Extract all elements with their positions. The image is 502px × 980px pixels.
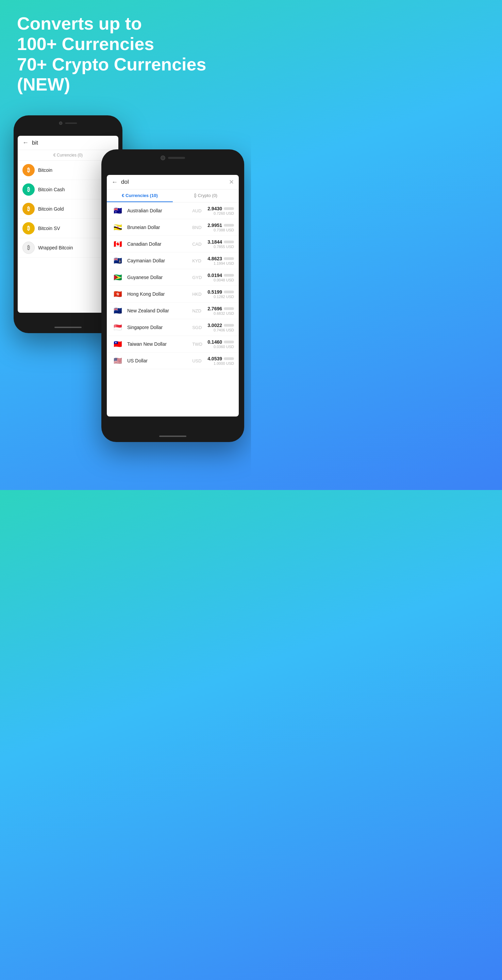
currency-code: GYD	[192, 275, 204, 280]
currency-value: 2.9430 0.7260 USD	[208, 206, 234, 215]
currency-name: Australian Dollar	[127, 208, 189, 213]
phones-container: ← € Currencies (0) ₿ Bitcoin ₿ Bitcoin C…	[0, 105, 251, 479]
list-item[interactable]: 🇺🇸 US Dollar USD 4.0539 1.0000 USD	[107, 353, 239, 369]
hero-section: Converts up to 100+ Currencies 70+ Crypt…	[0, 0, 251, 102]
tab-currencies[interactable]: € Currencies (10)	[107, 189, 173, 202]
currency-code: KYD	[192, 258, 204, 263]
search-input-left[interactable]	[32, 140, 114, 146]
flag-icon: 🇹🇼	[111, 340, 124, 348]
currency-name: Singapore Dollar	[127, 325, 189, 330]
phone-left-notch	[59, 121, 77, 125]
currency-value: 0.5199 0.1282 USD	[208, 289, 234, 299]
flag-icon: 🇦🇺	[111, 207, 124, 215]
list-item[interactable]: 🇰🇾 Caymanian Dollar KYD 4.8623 1.1994 US…	[107, 253, 239, 269]
main-value: 0.1460	[208, 339, 222, 345]
value-bar	[224, 307, 234, 310]
currency-value: 2.9951 0.7388 USD	[208, 223, 234, 232]
currency-code: SGD	[192, 325, 204, 330]
crypto-icon: ₿	[22, 203, 35, 215]
list-item[interactable]: 🇦🇺 Australian Dollar AUD 2.9430 0.7260 U…	[107, 202, 239, 219]
value-bar	[224, 257, 234, 260]
sub-value: 0.6832 USD	[208, 311, 234, 315]
currency-code: HKD	[192, 292, 204, 297]
list-item[interactable]: 🇨🇦 Canadian Dollar CAD 3.1844 0.7855 USD	[107, 236, 239, 253]
list-item[interactable]: 🇹🇼 Taiwan New Dollar TWD 0.1460 0.0360 U…	[107, 336, 239, 353]
currency-value: 0.1460 0.0360 USD	[208, 339, 234, 349]
crypto-icon: ₿	[22, 222, 35, 234]
phone-left-bottom-bar	[54, 327, 82, 328]
currency-code: TWD	[192, 342, 204, 347]
phone-right-camera	[160, 156, 165, 160]
phone-right-screen: ← ✕ € Currencies (10) ₿ Crypto (0) 🇦🇺 Au…	[107, 175, 239, 417]
right-tab-bar: € Currencies (10) ₿ Crypto (0)	[107, 189, 239, 202]
value-bar	[224, 340, 234, 343]
list-item[interactable]: 🇭🇰 Hong Kong Dollar HKD 0.5199 0.1282 US…	[107, 286, 239, 302]
currency-code: NZD	[192, 308, 204, 313]
flag-icon: 🇸🇬	[111, 323, 124, 331]
currency-name: Hong Kong Dollar	[127, 291, 189, 297]
phone-right-notch	[160, 156, 185, 160]
currency-value: 3.0022 0.7406 USD	[208, 323, 234, 332]
list-item[interactable]: 🇳🇿 New Zealand Dollar NZD 2.7696 0.6832 …	[107, 302, 239, 319]
phone-right-search-bar[interactable]: ← ✕	[107, 175, 239, 189]
hero-line2: 100+ Currencies	[17, 34, 154, 54]
phone-left-search-bar[interactable]: ←	[18, 136, 118, 150]
back-arrow-icon[interactable]: ←	[22, 139, 29, 146]
sub-value: 0.0360 USD	[208, 345, 234, 349]
search-input-right[interactable]	[121, 179, 226, 185]
tab-crypto[interactable]: ₿ Crypto (0)	[173, 189, 239, 202]
value-bar	[224, 240, 234, 243]
main-value: 2.9430	[208, 206, 222, 211]
currency-name: Guyanese Dollar	[127, 275, 189, 280]
flag-icon: 🇺🇸	[111, 356, 124, 365]
value-bar	[224, 291, 234, 293]
main-value: 0.0194	[208, 272, 222, 278]
hero-line3: 70+ Crypto Currencies (NEW)	[17, 54, 206, 95]
flag-icon: 🇬🇾	[111, 273, 124, 282]
crypto-icon: ₿	[22, 183, 35, 196]
currency-value: 0.0194 0.0048 USD	[208, 272, 234, 282]
currency-name: New Zealand Dollar	[127, 308, 189, 313]
phone-left-speaker	[65, 123, 77, 124]
currency-value: 3.1844 0.7855 USD	[208, 239, 234, 249]
list-item[interactable]: 🇧🇳 Bruneian Dollar BND 2.9951 0.7388 USD	[107, 219, 239, 236]
sub-value: 0.7406 USD	[208, 328, 234, 332]
flag-icon: 🇰🇾	[111, 256, 124, 265]
main-value: 2.9951	[208, 223, 222, 228]
phone-right-bottom-bar	[159, 436, 186, 437]
sub-value: 0.1282 USD	[208, 295, 234, 299]
currency-list: 🇦🇺 Australian Dollar AUD 2.9430 0.7260 U…	[107, 202, 239, 414]
sub-value: 0.7855 USD	[208, 245, 234, 249]
currency-code: USD	[192, 358, 204, 363]
back-arrow-right-icon[interactable]: ←	[111, 179, 118, 186]
currency-name: US Dollar	[127, 358, 189, 363]
list-item[interactable]: 🇸🇬 Singapore Dollar SGD 3.0022 0.7406 US…	[107, 319, 239, 336]
list-item[interactable]: 🇬🇾 Guyanese Dollar GYD 0.0194 0.0048 USD	[107, 269, 239, 286]
sub-value: 0.7388 USD	[208, 228, 234, 232]
currency-code: CAD	[192, 242, 204, 247]
sub-value: 0.0048 USD	[208, 278, 234, 282]
close-icon[interactable]: ✕	[229, 178, 234, 186]
sub-value: 1.0000 USD	[208, 361, 234, 366]
currency-name: Taiwan New Dollar	[127, 341, 189, 347]
main-value: 4.0539	[208, 356, 222, 361]
currency-name: Canadian Dollar	[127, 241, 189, 247]
flag-icon: 🇧🇳	[111, 223, 124, 231]
main-value: 3.0022	[208, 323, 222, 328]
main-value: 2.7696	[208, 306, 222, 311]
crypto-icon: ₿	[22, 164, 35, 176]
flag-icon: 🇳🇿	[111, 307, 124, 315]
currency-code: AUD	[192, 208, 204, 213]
value-bar	[224, 207, 234, 210]
currency-code: BND	[192, 225, 204, 230]
value-bar	[224, 274, 234, 277]
phone-right-speaker	[168, 157, 185, 159]
main-value: 0.5199	[208, 289, 222, 295]
phone-right: ← ✕ € Currencies (10) ₿ Crypto (0) 🇦🇺 Au…	[102, 150, 244, 442]
main-value: 3.1844	[208, 239, 222, 245]
main-value: 4.8623	[208, 256, 222, 261]
flag-icon: 🇭🇰	[111, 290, 124, 298]
hero-line1: Converts up to	[17, 14, 142, 33]
crypto-icon: ₿	[22, 242, 35, 254]
flag-icon: 🇨🇦	[111, 240, 124, 248]
